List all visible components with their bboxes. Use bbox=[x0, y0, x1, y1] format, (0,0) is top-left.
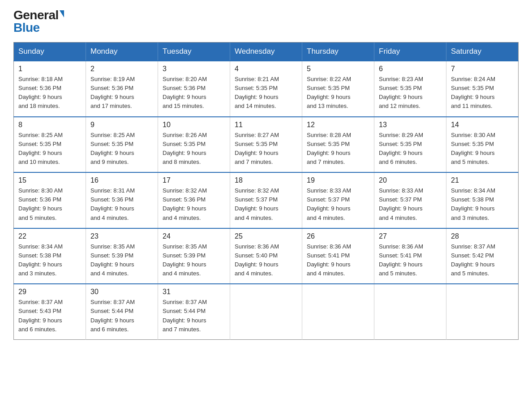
day-info: Sunrise: 8:34 AM Sunset: 5:38 PM Dayligh… bbox=[18, 242, 81, 278]
calendar-week-row: 8 Sunrise: 8:25 AM Sunset: 5:35 PM Dayli… bbox=[14, 117, 519, 173]
day-info: Sunrise: 8:36 AM Sunset: 5:41 PM Dayligh… bbox=[307, 242, 369, 278]
day-info: Sunrise: 8:32 AM Sunset: 5:36 PM Dayligh… bbox=[163, 186, 225, 223]
calendar-cell bbox=[446, 284, 519, 339]
day-number: 6 bbox=[379, 65, 442, 73]
day-info: Sunrise: 8:37 AM Sunset: 5:44 PM Dayligh… bbox=[90, 298, 153, 334]
logo: General Blue bbox=[13, 9, 64, 34]
calendar-header: SundayMondayTuesdayWednesdayThursdayFrid… bbox=[14, 43, 519, 61]
day-info: Sunrise: 8:36 AM Sunset: 5:41 PM Dayligh… bbox=[379, 242, 442, 278]
day-number: 20 bbox=[379, 176, 442, 184]
calendar-table: SundayMondayTuesdayWednesdayThursdayFrid… bbox=[13, 42, 519, 340]
calendar-cell: 29 Sunrise: 8:37 AM Sunset: 5:43 PM Dayl… bbox=[14, 284, 86, 339]
day-info: Sunrise: 8:35 AM Sunset: 5:39 PM Dayligh… bbox=[90, 242, 153, 278]
calendar-cell: 31 Sunrise: 8:37 AM Sunset: 5:44 PM Dayl… bbox=[158, 284, 230, 339]
calendar-cell: 4 Sunrise: 8:21 AM Sunset: 5:35 PM Dayli… bbox=[230, 61, 302, 117]
day-number: 4 bbox=[235, 65, 297, 73]
day-info: Sunrise: 8:30 AM Sunset: 5:35 PM Dayligh… bbox=[451, 131, 514, 167]
calendar-cell: 5 Sunrise: 8:22 AM Sunset: 5:35 PM Dayli… bbox=[302, 61, 374, 117]
calendar-cell: 13 Sunrise: 8:29 AM Sunset: 5:35 PM Dayl… bbox=[374, 117, 446, 173]
calendar-cell: 28 Sunrise: 8:37 AM Sunset: 5:42 PM Dayl… bbox=[446, 228, 519, 284]
calendar-cell: 7 Sunrise: 8:24 AM Sunset: 5:35 PM Dayli… bbox=[446, 61, 519, 117]
day-number: 13 bbox=[379, 121, 442, 129]
day-number: 17 bbox=[163, 176, 225, 184]
day-info: Sunrise: 8:37 AM Sunset: 5:43 PM Dayligh… bbox=[18, 298, 81, 334]
calendar-week-row: 29 Sunrise: 8:37 AM Sunset: 5:43 PM Dayl… bbox=[14, 284, 519, 339]
day-number: 22 bbox=[18, 232, 81, 240]
day-info: Sunrise: 8:36 AM Sunset: 5:40 PM Dayligh… bbox=[235, 242, 297, 278]
day-info: Sunrise: 8:27 AM Sunset: 5:35 PM Dayligh… bbox=[235, 131, 297, 167]
day-number: 24 bbox=[163, 232, 225, 240]
day-number: 27 bbox=[379, 232, 442, 240]
day-info: Sunrise: 8:35 AM Sunset: 5:39 PM Dayligh… bbox=[163, 242, 225, 278]
calendar-cell: 25 Sunrise: 8:36 AM Sunset: 5:40 PM Dayl… bbox=[230, 228, 302, 284]
day-info: Sunrise: 8:29 AM Sunset: 5:35 PM Dayligh… bbox=[379, 131, 442, 167]
day-info: Sunrise: 8:37 AM Sunset: 5:42 PM Dayligh… bbox=[451, 242, 514, 278]
day-info: Sunrise: 8:34 AM Sunset: 5:38 PM Dayligh… bbox=[451, 186, 514, 223]
logo-blue-text: Blue bbox=[13, 21, 40, 34]
calendar-week-row: 1 Sunrise: 8:18 AM Sunset: 5:36 PM Dayli… bbox=[14, 61, 519, 117]
logo-general-text: General bbox=[13, 9, 59, 21]
day-info: Sunrise: 8:26 AM Sunset: 5:35 PM Dayligh… bbox=[163, 131, 225, 167]
day-number: 14 bbox=[451, 121, 514, 129]
calendar-cell: 6 Sunrise: 8:23 AM Sunset: 5:35 PM Dayli… bbox=[374, 61, 446, 117]
day-info: Sunrise: 8:23 AM Sunset: 5:35 PM Dayligh… bbox=[379, 75, 442, 111]
day-info: Sunrise: 8:31 AM Sunset: 5:36 PM Dayligh… bbox=[90, 186, 153, 223]
day-number: 3 bbox=[163, 65, 225, 73]
calendar-cell: 2 Sunrise: 8:19 AM Sunset: 5:36 PM Dayli… bbox=[86, 61, 158, 117]
calendar-cell: 12 Sunrise: 8:28 AM Sunset: 5:35 PM Dayl… bbox=[302, 117, 374, 173]
day-info: Sunrise: 8:32 AM Sunset: 5:37 PM Dayligh… bbox=[235, 186, 297, 223]
logo-triangle-icon bbox=[60, 10, 64, 17]
day-info: Sunrise: 8:20 AM Sunset: 5:36 PM Dayligh… bbox=[163, 75, 225, 111]
calendar-cell: 24 Sunrise: 8:35 AM Sunset: 5:39 PM Dayl… bbox=[158, 228, 230, 284]
day-info: Sunrise: 8:33 AM Sunset: 5:37 PM Dayligh… bbox=[379, 186, 442, 223]
calendar-cell bbox=[230, 284, 302, 339]
day-number: 12 bbox=[307, 121, 369, 129]
day-of-week-header: Friday bbox=[374, 43, 446, 61]
day-info: Sunrise: 8:37 AM Sunset: 5:44 PM Dayligh… bbox=[163, 298, 225, 334]
calendar-cell: 11 Sunrise: 8:27 AM Sunset: 5:35 PM Dayl… bbox=[230, 117, 302, 173]
day-info: Sunrise: 8:28 AM Sunset: 5:35 PM Dayligh… bbox=[307, 131, 369, 167]
day-info: Sunrise: 8:25 AM Sunset: 5:35 PM Dayligh… bbox=[90, 131, 153, 167]
day-number: 28 bbox=[451, 232, 514, 240]
day-of-week-header: Wednesday bbox=[230, 43, 302, 61]
day-number: 29 bbox=[18, 288, 81, 296]
day-of-week-header: Tuesday bbox=[158, 43, 230, 61]
calendar-cell: 8 Sunrise: 8:25 AM Sunset: 5:35 PM Dayli… bbox=[14, 117, 86, 173]
day-number: 15 bbox=[18, 176, 81, 184]
day-number: 9 bbox=[90, 121, 153, 129]
day-of-week-header: Sunday bbox=[14, 43, 86, 61]
calendar-body: 1 Sunrise: 8:18 AM Sunset: 5:36 PM Dayli… bbox=[14, 61, 519, 339]
calendar-cell: 16 Sunrise: 8:31 AM Sunset: 5:36 PM Dayl… bbox=[86, 172, 158, 228]
calendar-cell: 1 Sunrise: 8:18 AM Sunset: 5:36 PM Dayli… bbox=[14, 61, 86, 117]
calendar-cell: 15 Sunrise: 8:30 AM Sunset: 5:36 PM Dayl… bbox=[14, 172, 86, 228]
day-info: Sunrise: 8:18 AM Sunset: 5:36 PM Dayligh… bbox=[18, 75, 81, 111]
calendar-week-row: 15 Sunrise: 8:30 AM Sunset: 5:36 PM Dayl… bbox=[14, 172, 519, 228]
day-of-week-header: Saturday bbox=[446, 43, 519, 61]
day-number: 26 bbox=[307, 232, 369, 240]
calendar-cell: 27 Sunrise: 8:36 AM Sunset: 5:41 PM Dayl… bbox=[374, 228, 446, 284]
day-info: Sunrise: 8:25 AM Sunset: 5:35 PM Dayligh… bbox=[18, 131, 81, 167]
day-number: 31 bbox=[163, 288, 225, 296]
days-of-week-row: SundayMondayTuesdayWednesdayThursdayFrid… bbox=[14, 43, 519, 61]
day-info: Sunrise: 8:24 AM Sunset: 5:35 PM Dayligh… bbox=[451, 75, 514, 111]
day-number: 7 bbox=[451, 65, 514, 73]
day-number: 11 bbox=[235, 121, 297, 129]
day-number: 18 bbox=[235, 176, 297, 184]
calendar-cell bbox=[374, 284, 446, 339]
calendar-cell: 14 Sunrise: 8:30 AM Sunset: 5:35 PM Dayl… bbox=[446, 117, 519, 173]
day-info: Sunrise: 8:21 AM Sunset: 5:35 PM Dayligh… bbox=[235, 75, 297, 111]
calendar-cell: 30 Sunrise: 8:37 AM Sunset: 5:44 PM Dayl… bbox=[86, 284, 158, 339]
day-number: 1 bbox=[18, 65, 81, 73]
day-number: 16 bbox=[90, 176, 153, 184]
calendar-cell: 17 Sunrise: 8:32 AM Sunset: 5:36 PM Dayl… bbox=[158, 172, 230, 228]
calendar-cell: 9 Sunrise: 8:25 AM Sunset: 5:35 PM Dayli… bbox=[86, 117, 158, 173]
day-of-week-header: Monday bbox=[86, 43, 158, 61]
day-number: 21 bbox=[451, 176, 514, 184]
day-number: 23 bbox=[90, 232, 153, 240]
calendar-cell: 10 Sunrise: 8:26 AM Sunset: 5:35 PM Dayl… bbox=[158, 117, 230, 173]
calendar-cell: 3 Sunrise: 8:20 AM Sunset: 5:36 PM Dayli… bbox=[158, 61, 230, 117]
calendar-cell: 18 Sunrise: 8:32 AM Sunset: 5:37 PM Dayl… bbox=[230, 172, 302, 228]
calendar-cell: 22 Sunrise: 8:34 AM Sunset: 5:38 PM Dayl… bbox=[14, 228, 86, 284]
day-number: 19 bbox=[307, 176, 369, 184]
calendar-cell: 21 Sunrise: 8:34 AM Sunset: 5:38 PM Dayl… bbox=[446, 172, 519, 228]
